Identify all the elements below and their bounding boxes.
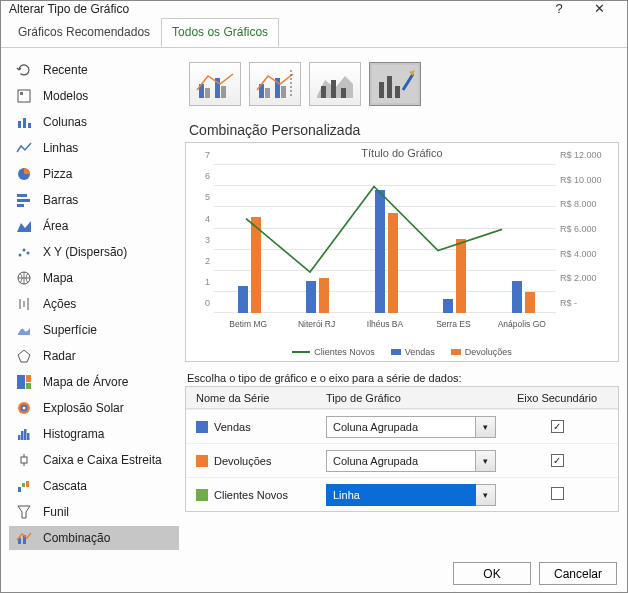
sidebar-label: Caixa e Caixa Estreita (43, 453, 162, 467)
series-head: Nome da Série Tipo de Gráfico Eixo Secun… (186, 387, 618, 409)
sidebar-item-funnel[interactable]: Funil (9, 500, 179, 524)
xcat-4: Anápolis GO (498, 319, 546, 329)
sidebar-label: Pizza (43, 167, 72, 181)
sidebar-item-area[interactable]: Área (9, 214, 179, 238)
swatch-icon (451, 349, 461, 355)
sidebar-item-surface[interactable]: Superfície (9, 318, 179, 342)
svg-rect-26 (24, 429, 27, 440)
series-name: Devoluções (214, 455, 271, 467)
dialog-change-chart-type: Alterar Tipo de Gráfico ? ✕ Gráficos Rec… (0, 0, 628, 593)
swatch-icon (196, 455, 208, 467)
svg-rect-1 (20, 92, 23, 95)
close-button[interactable]: ✕ (579, 1, 619, 16)
radar-icon (15, 348, 33, 364)
sidebar-label: Ações (43, 297, 76, 311)
svg-rect-6 (17, 194, 27, 197)
chart-title: Título do Gráfico (186, 143, 618, 163)
subtype-combo-3[interactable] (309, 62, 361, 106)
waterfall-icon (15, 478, 33, 494)
line-series (214, 165, 556, 313)
svg-rect-49 (341, 88, 346, 98)
svg-rect-38 (205, 88, 210, 98)
sidebar-item-column[interactable]: Colunas (9, 110, 179, 134)
sidebar-item-sunburst[interactable]: Explosão Solar (9, 396, 179, 420)
tab-recommended[interactable]: Gráficos Recomendados (7, 18, 161, 47)
sidebar-item-boxwhisker[interactable]: Caixa e Caixa Estreita (9, 448, 179, 472)
sidebar-item-templates[interactable]: Modelos (9, 84, 179, 108)
svg-point-12 (27, 252, 30, 255)
ok-button[interactable]: OK (453, 562, 531, 585)
line-icon (15, 140, 33, 156)
subtype-combo-2[interactable] (249, 62, 301, 106)
svg-rect-33 (26, 481, 29, 487)
sidebar-label: Histograma (43, 427, 104, 441)
svg-marker-17 (18, 350, 30, 362)
svg-rect-52 (395, 86, 400, 98)
svg-rect-24 (18, 435, 21, 440)
sidebar-item-pie[interactable]: Pizza (9, 162, 179, 186)
subtype-combo-1[interactable] (189, 62, 241, 106)
chart-legend: Clientes Novos Vendas Devoluções (186, 347, 618, 357)
box-icon (15, 452, 33, 468)
recent-icon (15, 62, 33, 78)
help-button[interactable]: ? (539, 1, 579, 16)
col-head-sec: Eixo Secundário (496, 392, 618, 404)
treemap-icon (15, 374, 33, 390)
sidebar-label: Combinação (43, 531, 110, 545)
sidebar-label: Explosão Solar (43, 401, 124, 415)
svg-rect-19 (26, 375, 31, 382)
svg-rect-50 (379, 82, 384, 98)
line-swatch-icon (292, 351, 310, 353)
sidebar-item-bar[interactable]: Barras (9, 188, 179, 212)
sidebar-label: Mapa de Árvore (43, 375, 128, 389)
sidebar-item-combo[interactable]: Combinação (9, 526, 179, 550)
secondary-axis-checkbox[interactable] (551, 487, 564, 500)
svg-marker-9 (17, 221, 31, 232)
chart-preview: Título do Gráfico 0R$ - 1R$ 2.000 2R$ 4.… (185, 142, 619, 362)
sidebar-item-waterfall[interactable]: Cascata (9, 474, 179, 498)
sidebar-item-stock[interactable]: Ações (9, 292, 179, 316)
sidebar-item-scatter[interactable]: X Y (Dispersão) (9, 240, 179, 264)
series-type-dropdown[interactable]: Coluna Agrupada▾ (326, 416, 496, 438)
sidebar-item-map[interactable]: Mapa (9, 266, 179, 290)
sidebar-item-recent[interactable]: Recente (9, 58, 179, 82)
svg-rect-8 (17, 204, 24, 207)
swatch-icon (196, 489, 208, 501)
svg-point-11 (23, 249, 26, 252)
main-panel: Combinação Personalizada Título do Gráfi… (185, 58, 619, 550)
series-row-vendas: Vendas Coluna Agrupada▾ ✓ (186, 409, 618, 443)
svg-rect-44 (281, 86, 286, 98)
cancel-button[interactable]: Cancelar (539, 562, 617, 585)
sidebar-item-line[interactable]: Linhas (9, 136, 179, 160)
svg-rect-4 (28, 123, 31, 128)
sidebar-label: Área (43, 219, 68, 233)
svg-rect-2 (18, 121, 21, 128)
subtype-combo-custom[interactable] (369, 62, 421, 106)
col-head-name: Nome da Série (186, 392, 326, 404)
svg-rect-51 (387, 76, 392, 98)
secondary-axis-checkbox[interactable]: ✓ (551, 420, 564, 433)
secondary-axis-checkbox[interactable]: ✓ (551, 454, 564, 467)
svg-rect-47 (321, 86, 326, 98)
svg-rect-0 (18, 90, 30, 102)
sidebar-label: Linhas (43, 141, 78, 155)
sidebar-item-radar[interactable]: Radar (9, 344, 179, 368)
stock-icon (15, 296, 33, 312)
series-table: Nome da Série Tipo de Gráfico Eixo Secun… (185, 386, 619, 512)
svg-rect-3 (23, 118, 26, 128)
sidebar-label: Funil (43, 505, 69, 519)
tab-all-charts[interactable]: Todos os Gráficos (161, 18, 279, 47)
svg-rect-25 (21, 431, 24, 440)
series-type-dropdown[interactable]: Coluna Agrupada▾ (326, 450, 496, 472)
series-row-dev: Devoluções Coluna Agrupada▾ ✓ (186, 443, 618, 477)
column-icon (15, 114, 33, 130)
xcat-0: Betim MG (229, 319, 267, 329)
series-type-dropdown[interactable]: Linha▾ (326, 484, 496, 506)
xcat-2: Ilhéus BA (367, 319, 403, 329)
sidebar-item-histogram[interactable]: Histograma (9, 422, 179, 446)
sunburst-icon (15, 400, 33, 416)
chart-plot-area: 0R$ - 1R$ 2.000 2R$ 4.000 3R$ 6.000 4R$ … (214, 165, 556, 313)
sidebar-item-treemap[interactable]: Mapa de Árvore (9, 370, 179, 394)
legend-dev: Devoluções (451, 347, 512, 357)
sidebar-label: Mapa (43, 271, 73, 285)
